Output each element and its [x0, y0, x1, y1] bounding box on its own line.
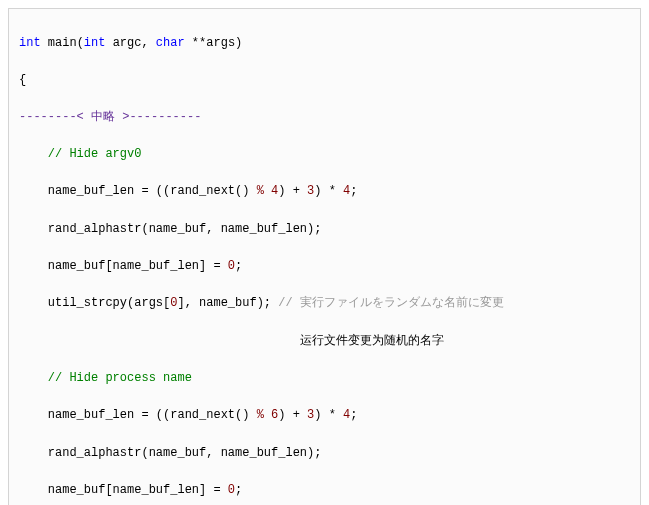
comment-jp: // 実行ファイルをランダムな名前に変更	[278, 296, 504, 310]
code-line: name_buf[name_buf_len] = 0;	[19, 257, 630, 276]
code-line: --------< 中略 >----------	[19, 108, 630, 127]
comment: // Hide process name	[48, 371, 192, 385]
code-line: // Hide argv0	[19, 145, 630, 164]
section-separator: --------< 中略 >----------	[19, 110, 201, 124]
annotation-line: 运行文件变更为随机的名字	[19, 331, 630, 351]
code-line: util_strcpy(args[0], name_buf); // 実行ファイ…	[19, 294, 630, 313]
code-line: name_buf[name_buf_len] = 0;	[19, 481, 630, 500]
code-line: {	[19, 71, 630, 90]
code-line: name_buf_len = ((rand_next() % 6) + 3) *…	[19, 406, 630, 425]
code-line: rand_alphastr(name_buf, name_buf_len);	[19, 444, 630, 463]
keyword-int: int	[19, 36, 41, 50]
code-line: // Hide process name	[19, 369, 630, 388]
code-line: int main(int argc, char **args)	[19, 34, 630, 53]
code-block: int main(int argc, char **args) { ------…	[8, 8, 641, 505]
comment: // Hide argv0	[48, 147, 142, 161]
code-line: name_buf_len = ((rand_next() % 4) + 3) *…	[19, 182, 630, 201]
annotation-cn: 运行文件变更为随机的名字	[300, 333, 444, 347]
code-line: rand_alphastr(name_buf, name_buf_len);	[19, 220, 630, 239]
